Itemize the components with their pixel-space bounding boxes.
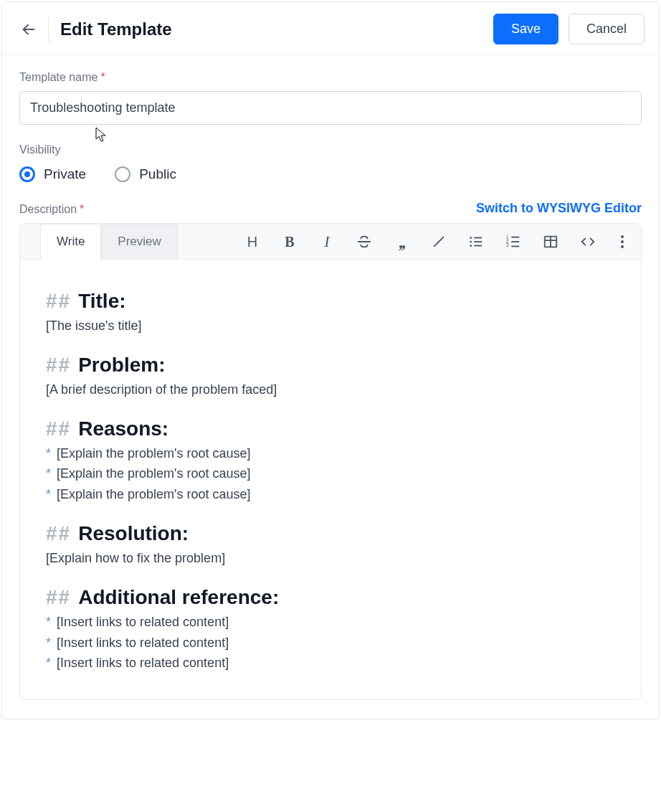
template-name-label-text: Template name [19, 71, 98, 84]
md-heading-text: Title: [78, 290, 125, 313]
svg-text:3: 3 [506, 242, 509, 247]
md-section: ##Additional reference:* [Insert links t… [46, 586, 615, 674]
md-heading-text: Problem: [78, 354, 165, 377]
save-button[interactable]: Save [493, 14, 558, 44]
md-bullet: * [Explain the problem's root cause] [46, 443, 615, 464]
horizontal-rule-icon[interactable] [430, 233, 447, 250]
md-bullet: * [Insert links to related content] [46, 653, 615, 674]
visibility-public-option[interactable]: Public [115, 166, 176, 182]
italic-icon[interactable]: I [318, 233, 336, 250]
md-heading: ##Resolution: [46, 522, 615, 545]
md-bullet-text: [Explain the problem's root cause] [57, 443, 251, 464]
template-name-input[interactable] [19, 91, 642, 125]
md-heading: ##Additional reference: [46, 586, 615, 609]
visibility-private-option[interactable]: Private [19, 166, 86, 182]
arrow-left-icon [21, 21, 37, 38]
md-hash-icon: ## [46, 290, 71, 313]
svg-rect-12 [511, 236, 519, 237]
asterisk-icon: * [46, 484, 51, 505]
asterisk-icon: * [46, 633, 51, 653]
heading-icon[interactable]: H [244, 233, 261, 250]
svg-rect-7 [474, 241, 482, 242]
switch-editor-link[interactable]: Switch to WYSIWYG Editor [476, 201, 642, 216]
bold-icon[interactable]: B [281, 233, 298, 250]
tab-preview[interactable]: Preview [101, 224, 177, 259]
md-heading-text: Additional reference: [78, 586, 279, 609]
description-label: Description * [19, 203, 84, 216]
page-title: Edit Template [60, 19, 493, 39]
editor-toolbar: Write Preview H B I ,, [20, 224, 641, 260]
visibility-section: Visibility Private Public [19, 143, 642, 182]
ordered-list-icon[interactable]: 123 [505, 233, 522, 250]
md-hash-icon: ## [46, 522, 71, 545]
description-header: Description * Switch to WYSIWYG Editor [19, 201, 642, 216]
svg-rect-8 [474, 245, 482, 246]
header-divider [48, 16, 49, 42]
asterisk-icon: * [46, 463, 51, 484]
md-bullet-text: [Explain the problem's root cause] [57, 463, 251, 484]
cancel-button[interactable]: Cancel [569, 14, 645, 44]
page-container: Edit Template Save Cancel Template name … [1, 1, 660, 719]
editor-tabs: Write Preview [20, 224, 178, 259]
visibility-label: Visibility [19, 143, 642, 156]
md-heading: ##Problem: [46, 354, 615, 377]
unordered-list-icon[interactable] [467, 233, 485, 250]
cursor-icon [95, 127, 108, 143]
svg-rect-6 [474, 237, 482, 238]
md-bullet-text: [Insert links to related content] [57, 633, 229, 653]
svg-rect-13 [511, 241, 519, 242]
asterisk-icon: * [46, 612, 51, 633]
form-body: Template name * Visibility Private Publi… [2, 55, 659, 719]
svg-point-5 [470, 245, 472, 247]
visibility-private-label: Private [44, 166, 86, 182]
quote-icon[interactable]: ,, [393, 233, 410, 250]
md-bullet-text: [Insert links to related content] [57, 653, 229, 674]
md-heading: ##Title: [46, 290, 615, 313]
svg-rect-14 [511, 245, 519, 247]
md-section: ##Title:[The issue's title] [46, 290, 615, 336]
tab-write[interactable]: Write [40, 224, 101, 260]
md-line: [The issue's title] [46, 316, 615, 336]
visibility-public-label: Public [139, 166, 176, 182]
svg-point-4 [470, 240, 472, 242]
md-bullet: * [Insert links to related content] [46, 612, 615, 633]
svg-line-2 [434, 237, 444, 246]
md-heading-text: Resolution: [78, 522, 189, 545]
radio-selected-icon [19, 166, 35, 182]
md-hash-icon: ## [46, 354, 71, 377]
back-button[interactable] [16, 17, 41, 42]
asterisk-icon: * [46, 443, 51, 464]
radio-unselected-icon [115, 166, 130, 182]
md-heading-text: Reasons: [78, 417, 168, 440]
more-options-icon[interactable] [617, 235, 628, 248]
md-hash-icon: ## [46, 417, 71, 440]
md-line: [A brief description of the problem face… [46, 379, 615, 400]
visibility-radio-group: Private Public [19, 166, 642, 182]
md-section: ##Resolution:[Explain how to fix the pro… [46, 522, 615, 569]
table-icon[interactable] [542, 233, 559, 250]
md-bullet: * [Insert links to related content] [46, 633, 615, 653]
md-section: ##Problem:[A brief description of the pr… [46, 354, 615, 400]
md-line: [Explain how to fix the problem] [46, 548, 615, 569]
editor-content[interactable]: ##Title:[The issue's title]##Problem:[A … [20, 260, 641, 699]
md-bullet-text: [Explain the problem's root cause] [57, 484, 251, 505]
svg-point-3 [470, 237, 472, 239]
template-name-label: Template name * [19, 71, 642, 84]
description-section: Description * Switch to WYSIWYG Editor W… [19, 201, 642, 700]
markdown-editor: Write Preview H B I ,, [19, 223, 642, 700]
md-section: ##Reasons:* [Explain the problem's root … [46, 417, 615, 505]
code-icon[interactable] [579, 233, 596, 250]
md-hash-icon: ## [46, 586, 71, 609]
required-indicator: * [100, 71, 105, 84]
header-actions: Save Cancel [493, 14, 645, 44]
required-indicator: * [80, 203, 84, 216]
description-label-text: Description [19, 203, 77, 216]
page-header: Edit Template Save Cancel [2, 2, 659, 55]
md-bullet: * [Explain the problem's root cause] [46, 463, 615, 484]
md-bullet: * [Explain the problem's root cause] [46, 484, 615, 505]
toolbar-icons: H B I ,, 123 [241, 224, 631, 259]
strikethrough-icon[interactable] [356, 233, 373, 250]
md-heading: ##Reasons: [46, 417, 615, 440]
asterisk-icon: * [46, 653, 51, 674]
md-bullet-text: [Insert links to related content] [57, 612, 229, 633]
